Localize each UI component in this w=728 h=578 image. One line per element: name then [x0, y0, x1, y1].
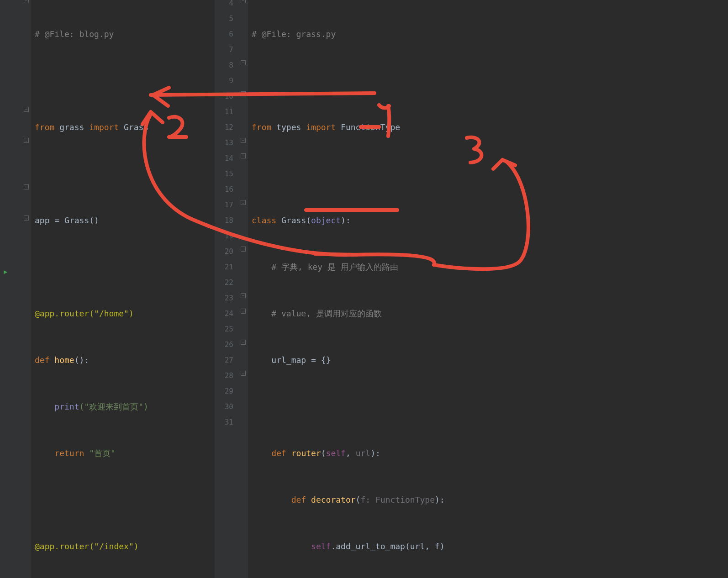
- line-number: 15: [215, 166, 233, 182]
- line-number: 14: [215, 151, 233, 166]
- kw-import: import: [89, 122, 119, 132]
- line-number: 6: [215, 26, 233, 42]
- line-number: 26: [215, 337, 233, 352]
- fold-marker-icon[interactable]: −: [241, 293, 246, 298]
- fold-marker-icon[interactable]: −: [24, 107, 29, 112]
- line-number: 22: [215, 275, 233, 290]
- line-number: 7: [215, 42, 233, 58]
- line-number: 5: [215, 11, 233, 26]
- line-number: 10: [215, 89, 233, 104]
- line-number: 25: [215, 321, 233, 337]
- code-comment: # @File: blog.py: [35, 29, 114, 39]
- decorator: @app.router: [35, 309, 89, 318]
- line-number: 23: [215, 290, 233, 306]
- line-number: 28: [215, 368, 233, 384]
- left-editor-pane[interactable]: ▶ − − ⌄ − ⌄ # @File: blog.py from grass …: [0, 0, 215, 578]
- fn-home: home: [54, 355, 74, 365]
- kw-def: def: [35, 355, 54, 365]
- fold-marker-icon[interactable]: −: [241, 91, 246, 96]
- fold-marker-icon[interactable]: −: [241, 0, 246, 3]
- right-editor-pane[interactable]: 4 5 6 7 8 9 10 11 12 13 14 15 16 17 18 1…: [215, 0, 728, 578]
- line-number: 11: [215, 104, 233, 120]
- fn-router: router: [291, 448, 321, 458]
- line-number: 21: [215, 259, 233, 275]
- fn-decorator: decorator: [311, 495, 356, 504]
- fold-marker-icon[interactable]: −: [241, 371, 246, 376]
- left-gutter: ▶: [0, 0, 23, 578]
- left-fold-column: − − ⌄ − ⌄: [23, 0, 31, 578]
- fold-marker-icon[interactable]: ⌄: [241, 200, 246, 205]
- fold-marker-icon[interactable]: −: [24, 184, 29, 189]
- fold-marker-icon[interactable]: ⌄: [24, 215, 29, 221]
- left-code-area[interactable]: # @File: blog.py from grass import Grass…: [31, 0, 164, 578]
- right-code-area[interactable]: # @File: grass.py from types import Func…: [248, 0, 459, 578]
- decorator: @app.router: [35, 541, 89, 551]
- line-number: 19: [215, 228, 233, 244]
- line-number: 4: [215, 0, 233, 11]
- fold-marker-icon[interactable]: −: [241, 340, 246, 345]
- fold-marker-icon[interactable]: −: [241, 138, 246, 143]
- line-number: 13: [215, 135, 233, 151]
- line-number: 12: [215, 120, 233, 135]
- kw-from: from: [35, 122, 54, 132]
- line-number: 30: [215, 399, 233, 415]
- line-number: 31: [215, 415, 233, 430]
- right-gutter: 4 5 6 7 8 9 10 11 12 13 14 15 16 17 18 1…: [215, 0, 240, 578]
- fold-marker-icon[interactable]: −: [241, 153, 246, 158]
- right-fold-column: − − − − − ⌄ − − − − −: [240, 0, 248, 578]
- line-number: 8: [215, 58, 233, 73]
- line-number: 16: [215, 182, 233, 197]
- fold-marker-icon[interactable]: −: [24, 0, 29, 3]
- line-number: 17: [215, 197, 233, 213]
- kw-class: class: [252, 215, 281, 225]
- run-gutter-icon[interactable]: ▶: [4, 264, 7, 279]
- line-number: 18: [215, 213, 233, 228]
- fold-marker-icon[interactable]: −: [241, 247, 246, 252]
- line-number: 27: [215, 352, 233, 368]
- fold-marker-icon[interactable]: −: [241, 309, 246, 314]
- fold-marker-icon[interactable]: ⌄: [24, 138, 29, 143]
- line-number: 9: [215, 73, 233, 89]
- editor-split-view: ▶ − − ⌄ − ⌄ # @File: blog.py from grass …: [0, 0, 728, 578]
- line-number: 20: [215, 244, 233, 259]
- fold-marker-icon[interactable]: −: [241, 60, 246, 65]
- line-number: 24: [215, 306, 233, 321]
- code-comment: # @File: grass.py: [252, 29, 336, 39]
- line-number: 29: [215, 384, 233, 399]
